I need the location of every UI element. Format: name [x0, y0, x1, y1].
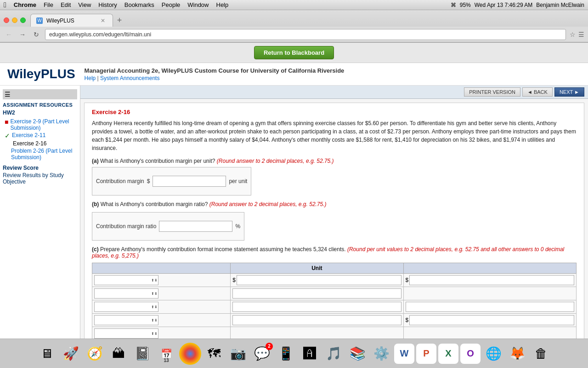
review-score-link[interactable]: Review Score: [3, 165, 77, 171]
reload-button[interactable]: ↻: [31, 29, 41, 40]
sidebar-item-ex29[interactable]: ■ Exercise 2-9 (Part Level Submission): [3, 118, 77, 132]
minimize-button[interactable]: [12, 17, 17, 23]
menu-icon[interactable]: ☰: [578, 31, 584, 38]
table-row: [92, 300, 577, 314]
exercise-title: Exercise 2-16: [92, 109, 577, 115]
row5-select[interactable]: [94, 328, 158, 339]
dock-messages[interactable]: 💬 2: [251, 343, 273, 365]
history-menu[interactable]: History: [98, 1, 117, 8]
dock-excel[interactable]: X: [438, 344, 458, 364]
sidebar-item-prob226[interactable]: Problem 2-26 (Part Level Submission): [3, 147, 77, 161]
apple-menu[interactable]: : [4, 1, 6, 9]
row2-unit-input[interactable]: [232, 288, 401, 299]
row5-unit-cell: [231, 327, 403, 339]
dock-photos[interactable]: 📷: [227, 343, 249, 365]
row3-total-cell: [403, 300, 576, 314]
row4-select[interactable]: [94, 315, 158, 325]
bookmarks-menu[interactable]: Bookmarks: [124, 1, 154, 8]
dock-ibooks[interactable]: 📚: [346, 343, 368, 365]
dock-appstore[interactable]: 🅰: [299, 343, 321, 365]
row1-unit-input[interactable]: [237, 275, 401, 285]
error-dot-ex29: ■: [5, 118, 8, 126]
dock-facetime[interactable]: 📱: [275, 343, 297, 365]
row3-unit-cell: [231, 300, 403, 314]
cm-ratio-input[interactable]: [159, 221, 232, 232]
file-menu[interactable]: File: [44, 1, 53, 8]
row1-total-input[interactable]: [409, 275, 574, 285]
part-b-question: (b) What is Anthony's contribution margi…: [92, 201, 577, 207]
dock-launchpad[interactable]: 🚀: [60, 343, 82, 365]
row3-total-input[interactable]: [406, 302, 574, 312]
content-toolbar: PRINTER VERSION ◄ BACK NEXT ►: [80, 86, 588, 99]
wifi-icon: ⌘: [451, 2, 456, 8]
back-button[interactable]: ◄ BACK: [522, 87, 553, 97]
dock-finder[interactable]: 🖥: [36, 343, 58, 365]
help-menu[interactable]: Help: [216, 1, 229, 8]
prob226-link[interactable]: Problem 2-26 (Part Level Submission): [11, 148, 77, 161]
dock-systemprefs[interactable]: ⚙️: [370, 343, 392, 365]
edit-menu[interactable]: Edit: [61, 1, 71, 8]
forward-button[interactable]: →: [17, 29, 28, 40]
sidebar-item-ex211[interactable]: ✓ Exercise 2-11: [3, 132, 77, 140]
dock-word[interactable]: W: [394, 344, 414, 364]
back-button[interactable]: ←: [4, 29, 14, 40]
site-header: WileyPLUS Managerial Accounting 2e, Wile…: [0, 63, 588, 86]
window-menu[interactable]: Window: [187, 1, 209, 8]
cm-ratio-label: Contribution margin ratio: [96, 223, 156, 230]
dock-chrome[interactable]: [179, 343, 201, 365]
row4-unit-input[interactable]: [232, 315, 401, 325]
dock-photos-mountain[interactable]: 🏔: [107, 343, 130, 365]
part-a-input-row: Contribution margin $ per unit: [96, 174, 247, 189]
tab-favicon: W: [36, 17, 43, 24]
dock-maps[interactable]: 🗺: [203, 343, 225, 365]
row3-select[interactable]: [94, 302, 158, 312]
row2-select[interactable]: [94, 288, 158, 299]
dock-powerpoint[interactable]: P: [416, 344, 436, 364]
row2-total-cell: [403, 287, 576, 300]
dock-internet[interactable]: 🌐: [482, 343, 504, 365]
dock-safari[interactable]: 🧭: [84, 343, 106, 365]
address-bar[interactable]: edugen.wileyplus.com/edugen/lti/main.uni: [45, 29, 566, 40]
contribution-margin-input[interactable]: [153, 176, 226, 187]
close-button[interactable]: [4, 17, 9, 23]
dock-trash[interactable]: 🗑: [530, 343, 552, 365]
datetime-display: Wed Apr 13 7:46:29 AM: [475, 2, 533, 8]
row3-unit-input[interactable]: [232, 302, 401, 312]
view-menu[interactable]: View: [78, 1, 91, 8]
row4-total-dollar: $: [406, 317, 409, 323]
part-c: (c) Prepare Anthony's monthly contributi…: [92, 246, 577, 339]
people-menu[interactable]: People: [162, 1, 180, 8]
printer-version-button[interactable]: PRINTER VERSION: [464, 87, 520, 97]
col-header-total: [403, 263, 576, 274]
row3-select-cell: [92, 300, 231, 314]
browser-chrome: W WileyPLUS ✕ + ← → ↻ edugen.wileyplus.c…: [0, 10, 588, 43]
row4-total-input[interactable]: [409, 315, 574, 325]
bookmark-icon[interactable]: ☆: [570, 31, 576, 38]
new-tab-button[interactable]: +: [113, 14, 126, 27]
review-results-link[interactable]: Review Results by Study Objective: [3, 172, 77, 185]
course-title: Managerial Accounting 2e, WileyPLUS Cust…: [85, 67, 345, 74]
header-info: Managerial Accounting 2e, WileyPLUS Cust…: [85, 67, 345, 81]
announcements-link[interactable]: System Announcements: [100, 75, 159, 81]
return-to-blackboard-button[interactable]: Return to Blackboard: [254, 46, 334, 59]
ex29-link[interactable]: Exercise 2-9 (Part Level Submission): [10, 118, 77, 131]
row1-select[interactable]: [94, 275, 158, 285]
maximize-button[interactable]: [20, 17, 26, 23]
chrome-menu[interactable]: Chrome: [14, 1, 36, 8]
blackboard-bar: Return to Blackboard: [0, 43, 588, 63]
dock-notebook[interactable]: 📓: [131, 343, 153, 365]
dock-firefox[interactable]: 🦊: [506, 343, 528, 365]
col-header-item: [92, 263, 231, 274]
exercise-content: Exercise 2-16 Anthony Herrera recently f…: [84, 103, 584, 339]
dock-calendar[interactable]: 📅 13: [155, 343, 177, 365]
dock-onenote[interactable]: O: [460, 344, 481, 364]
next-button[interactable]: NEXT ►: [554, 87, 584, 97]
active-tab[interactable]: W WileyPLUS ✕: [30, 14, 113, 27]
user-display: Benjamin McElwain: [536, 2, 584, 8]
tab-close-button[interactable]: ✕: [101, 17, 105, 24]
table-row: $ $: [92, 274, 577, 287]
row4-unit-cell: [231, 314, 403, 327]
help-link[interactable]: Help: [85, 75, 96, 81]
dock-itunes[interactable]: 🎵: [322, 343, 345, 365]
ex211-link[interactable]: Exercise 2-11: [12, 132, 45, 138]
